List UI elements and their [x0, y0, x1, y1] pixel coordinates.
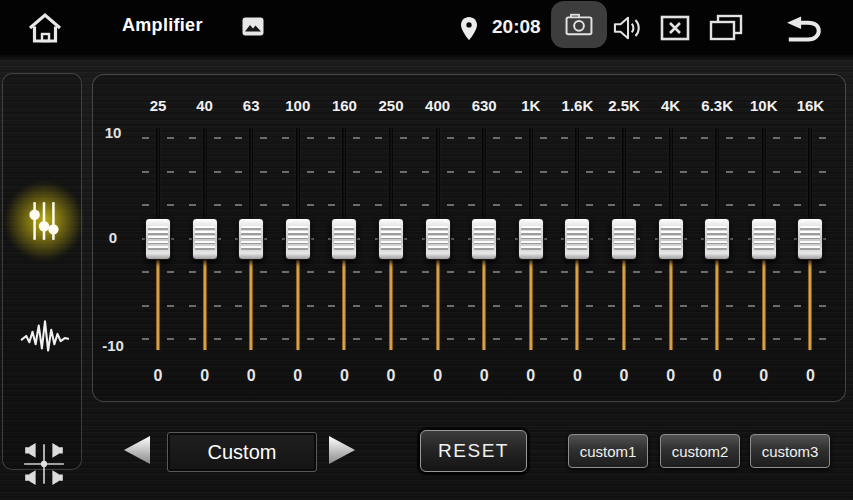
eq-value-label: 0 [415, 366, 461, 386]
knob-ridges [381, 226, 401, 251]
tick-mark [468, 305, 475, 307]
eq-slider-knob[interactable] [145, 218, 171, 260]
tick-mark [586, 171, 593, 173]
arrow-right-icon [325, 434, 359, 466]
eq-slider-knob[interactable] [285, 218, 311, 260]
eq-slider-knob[interactable] [518, 218, 544, 260]
eq-freq-label: 160 [321, 96, 367, 116]
close-window-button[interactable] [660, 15, 690, 41]
eq-band-400: 4000 [415, 75, 461, 403]
tick-mark [282, 305, 289, 307]
eq-slider-knob[interactable] [331, 218, 357, 260]
tick-mark [773, 338, 780, 340]
tick-mark [307, 305, 314, 307]
tick-mark [307, 338, 314, 340]
tick-mark [189, 338, 196, 340]
tick-mark [447, 137, 454, 139]
eq-slider-knob[interactable] [751, 218, 777, 260]
eq-freq-label: 40 [182, 96, 228, 116]
tick-mark [353, 204, 360, 206]
location-indicator[interactable] [459, 16, 479, 41]
knob-ridges [521, 226, 541, 251]
tick-mark [586, 305, 593, 307]
tick-mark [353, 171, 360, 173]
eq-slider-knob[interactable] [425, 218, 451, 260]
eq-value-label: 0 [601, 366, 647, 386]
sidebar-item-sound-effects[interactable] [17, 309, 73, 365]
tick-mark [561, 137, 568, 139]
amplifier-screen: Amplifier 20:08 [0, 0, 853, 500]
camera-button[interactable] [551, 1, 607, 48]
tick-mark [540, 271, 547, 273]
tick-mark [167, 171, 174, 173]
tick-mark [167, 137, 174, 139]
eq-slider-knob[interactable] [704, 218, 730, 260]
tick-mark [586, 137, 593, 139]
preset-display[interactable]: Custom [167, 432, 317, 472]
eq-slider-knob[interactable] [192, 218, 218, 260]
preset-custom1-button[interactable]: custom1 [568, 434, 648, 468]
eq-slider-knob[interactable] [611, 218, 637, 260]
eq-freq-label: 1.6K [554, 96, 600, 116]
tick-mark [701, 204, 708, 206]
eq-value-label: 0 [741, 366, 787, 386]
tick-mark [726, 271, 733, 273]
preset-custom3-button[interactable]: custom3 [750, 434, 830, 468]
eq-slider-knob[interactable] [797, 218, 823, 260]
tick-mark [655, 338, 662, 340]
tick-mark [282, 137, 289, 139]
eq-band-4K: 4K0 [648, 75, 694, 403]
tick-mark [655, 271, 662, 273]
tick-mark [260, 338, 267, 340]
tick-mark [586, 271, 593, 273]
eq-slider-knob[interactable] [658, 218, 684, 260]
knob-ridges [474, 226, 494, 251]
tick-mark [515, 137, 522, 139]
tick-mark [561, 305, 568, 307]
eq-band-1.6K: 1.6K0 [554, 75, 600, 403]
arrow-left-icon [120, 434, 154, 466]
tick-mark [701, 338, 708, 340]
tick-mark [515, 171, 522, 173]
tick-mark [794, 137, 801, 139]
tick-mark [819, 171, 826, 173]
eq-slider-knob[interactable] [378, 218, 404, 260]
tick-mark [328, 271, 335, 273]
eq-value-label: 0 [368, 366, 414, 386]
knob-ridges [428, 226, 448, 251]
tick-mark [260, 137, 267, 139]
tick-mark [794, 305, 801, 307]
top-bar: Amplifier 20:08 [0, 0, 853, 55]
eq-slider-knob[interactable] [564, 218, 590, 260]
tick-mark [773, 137, 780, 139]
tick-mark [447, 204, 454, 206]
reset-button[interactable]: RESET [420, 430, 527, 472]
eq-slider-knob[interactable] [238, 218, 264, 260]
sidebar-item-balance-fader[interactable] [16, 436, 72, 492]
sidebar-item-equalizer[interactable] [16, 193, 72, 249]
tick-mark [282, 171, 289, 173]
tick-mark [447, 271, 454, 273]
tick-mark [214, 271, 221, 273]
tick-mark [422, 271, 429, 273]
tick-mark [142, 271, 149, 273]
tick-mark [235, 204, 242, 206]
tick-mark [189, 204, 196, 206]
tick-mark [307, 137, 314, 139]
eq-value-label: 0 [461, 366, 507, 386]
recent-apps-button[interactable] [709, 14, 743, 42]
preset-prev-button[interactable] [120, 434, 154, 466]
tick-mark [726, 305, 733, 307]
tick-mark [773, 271, 780, 273]
eq-slider-knob[interactable] [471, 218, 497, 260]
volume-button[interactable] [612, 14, 644, 42]
back-button[interactable] [780, 13, 824, 43]
preset-next-button[interactable] [325, 434, 359, 466]
eq-freq-label: 63 [228, 96, 274, 116]
tick-mark [167, 204, 174, 206]
tick-mark [655, 204, 662, 206]
back-icon [780, 13, 824, 43]
preset-custom2-button[interactable]: custom2 [660, 434, 740, 468]
home-button[interactable] [26, 11, 64, 47]
wallpaper-button[interactable] [242, 17, 264, 36]
